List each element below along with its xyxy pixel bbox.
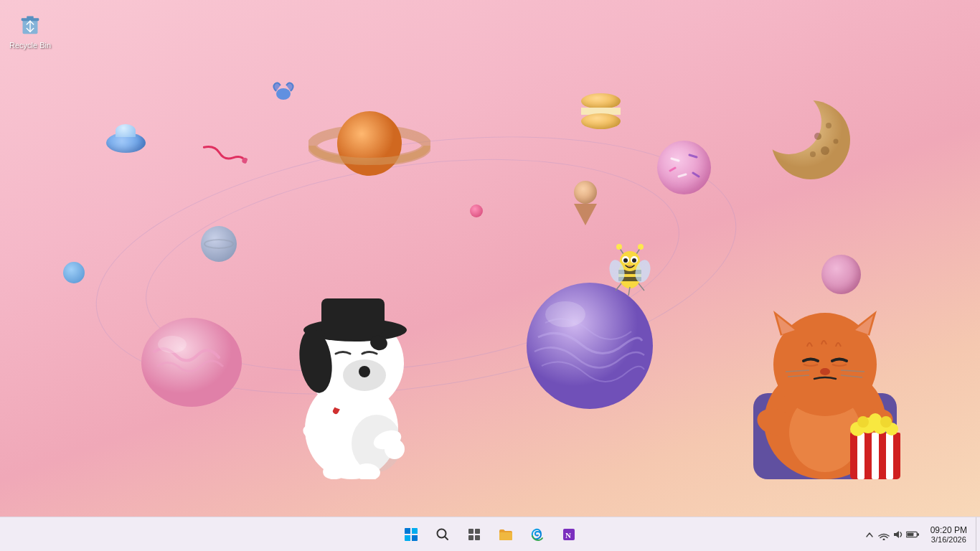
edge-icon: [531, 528, 544, 541]
svg-rect-74: [857, 433, 864, 479]
svg-point-97: [882, 538, 885, 540]
svg-point-7: [337, 111, 402, 176]
svg-point-59: [359, 366, 370, 377]
file-explorer-button[interactable]: [491, 520, 520, 549]
candy-wrapped: [269, 81, 298, 109]
search-icon: [436, 528, 449, 541]
svg-point-49: [385, 439, 405, 459]
ufo-dome: [116, 124, 136, 137]
svg-rect-92: [468, 535, 473, 540]
show-desktop-button[interactable]: [976, 517, 980, 552]
svg-point-16: [834, 139, 839, 144]
svg-rect-90: [468, 529, 473, 534]
svg-point-14: [826, 123, 831, 128]
svg-rect-76: [886, 433, 893, 479]
svg-point-25: [158, 336, 187, 353]
snoopy-character: [273, 278, 430, 482]
windows-logo: [405, 528, 418, 541]
taskbar-right: 09:20 PM 3/16/2026: [860, 517, 980, 552]
volume-icon[interactable]: [892, 528, 905, 541]
svg-point-39: [632, 258, 636, 263]
svg-rect-56: [321, 298, 385, 334]
recycle-bin-icon[interactable]: Recycle Bin: [1, 6, 59, 53]
svg-rect-99: [907, 532, 913, 536]
recycle-bin-label: Recycle Bin: [9, 40, 51, 50]
sprinkle-ball-body: [657, 141, 711, 194]
clock-time: 09:20 PM: [930, 525, 967, 535]
notification-area: [860, 528, 922, 541]
network-icon[interactable]: [877, 528, 890, 541]
onenote-button[interactable]: N: [555, 520, 583, 549]
macaron-top: [581, 93, 621, 109]
svg-rect-93: [475, 535, 480, 540]
clock-date: 3/16/2026: [931, 535, 966, 544]
task-view-button[interactable]: [460, 520, 489, 549]
svg-line-21: [693, 173, 699, 176]
svg-line-19: [689, 155, 697, 157]
start-button[interactable]: [397, 520, 425, 549]
recycle-bin-image: [16, 9, 44, 37]
edge-browser-button[interactable]: [523, 520, 552, 549]
svg-point-13: [814, 133, 821, 140]
svg-rect-100: [917, 533, 918, 536]
ice-cream-scoop: [574, 181, 597, 204]
ufo-icon: [106, 133, 146, 153]
cookie-crescent: [757, 97, 850, 183]
svg-line-18: [672, 159, 679, 161]
bee-character: [608, 244, 651, 304]
pink-donut-planet: [140, 316, 244, 412]
svg-point-15: [821, 146, 829, 155]
svg-point-29: [616, 244, 622, 250]
svg-point-24: [141, 318, 242, 407]
grey-disc: [201, 226, 237, 262]
macaron: [581, 93, 621, 129]
sprinkle-ball: [657, 141, 711, 194]
candy-stick: [202, 140, 245, 163]
blue-orb-small: [63, 262, 85, 283]
svg-point-83: [880, 416, 892, 428]
taskbar: N: [0, 517, 980, 551]
svg-line-42: [616, 283, 621, 291]
svg-rect-2: [27, 17, 34, 19]
ice-cream: [574, 181, 597, 225]
svg-point-71: [820, 368, 830, 375]
desktop: Recycle Bin: [0, 0, 980, 517]
clock-display[interactable]: 09:20 PM 3/16/2026: [922, 517, 976, 552]
garfield-character: [732, 278, 918, 482]
svg-line-44: [639, 283, 644, 291]
taskbar-center-icons: N: [397, 520, 583, 549]
svg-point-17: [810, 151, 816, 157]
svg-line-89: [445, 537, 448, 540]
onenote-icon: N: [562, 528, 575, 541]
file-explorer-icon: [499, 528, 513, 541]
ice-cream-cone: [574, 204, 597, 225]
svg-rect-94: [499, 532, 512, 540]
svg-point-38: [623, 258, 628, 263]
macaron-bottom: [581, 113, 621, 129]
svg-line-22: [670, 168, 675, 171]
pink-orb-small: [470, 204, 483, 217]
battery-icon[interactable]: [906, 528, 919, 541]
chevron-up-icon[interactable]: [863, 528, 876, 541]
task-view-icon: [468, 528, 481, 541]
svg-text:N: N: [565, 531, 571, 540]
svg-point-27: [545, 301, 585, 327]
svg-rect-91: [475, 529, 480, 534]
svg-point-23: [204, 240, 233, 248]
svg-point-12: [771, 100, 850, 179]
svg-point-31: [638, 244, 644, 250]
svg-line-20: [679, 174, 686, 176]
saturn-planet: [308, 104, 430, 186]
svg-point-81: [857, 416, 869, 428]
svg-point-5: [276, 88, 291, 100]
search-button[interactable]: [428, 520, 457, 549]
svg-point-82: [869, 413, 882, 426]
svg-rect-75: [872, 433, 879, 479]
